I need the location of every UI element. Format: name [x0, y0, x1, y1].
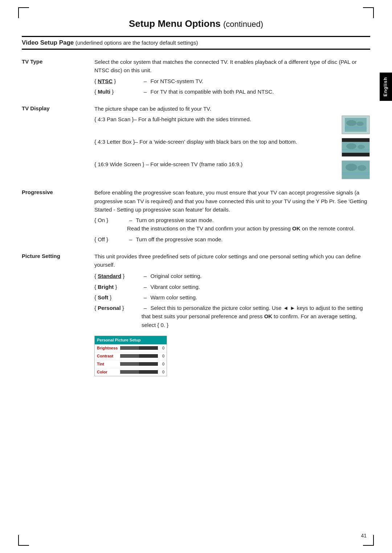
picture-val-soft: – Warm color setting. — [142, 293, 370, 302]
personal-picture-row-tint: Tint 0 — [95, 360, 167, 368]
section-header: Video Setup Page (underlined options are… — [22, 36, 370, 50]
svg-point-10 — [346, 143, 356, 149]
svg-point-2 — [346, 120, 356, 126]
tv-display-letterbox-text: { 4:3 Letter Box }– For a 'wide-screen' … — [94, 138, 337, 146]
tv-type-option-ntsc: { NTSC } – For NTSC-system TV. — [94, 77, 370, 85]
progressive-option-off: { Off } – Turn off the progressive scan … — [94, 235, 370, 243]
tv-type-label: TV Type — [22, 58, 94, 65]
picture-option-personal: { Personal } – Select this to personaliz… — [94, 304, 370, 329]
ppr-contrast-val: 0 — [159, 353, 164, 359]
tv-type-option-ntsc-val: – For NTSC-system TV. — [142, 77, 370, 85]
tv-display-option-panscan: { 4:3 Pan Scan }– For a full-height pict… — [94, 115, 370, 135]
personal-picture-box: Personal Picture Setup Brightness 0 Cont… — [94, 336, 167, 376]
picture-key-standard: { Standard } — [94, 272, 142, 280]
page-title: Setup Menu Options (continued) — [22, 18, 370, 29]
progressive-option-on: { On } – Turn on progressive scan mode. … — [94, 216, 370, 233]
corner-mark-br-v — [373, 535, 374, 546]
progressive-content: Before enabling the progressive scan fea… — [94, 188, 370, 243]
corner-mark-tr-h — [363, 7, 374, 8]
ppr-brightness-label: Brightness — [97, 345, 119, 351]
tv-display-widescreen-img — [341, 160, 370, 180]
progressive-key-on: { On } — [94, 216, 127, 224]
picture-setting-content: This unit provides three predefined sets… — [94, 252, 370, 376]
picture-option-standard: { Standard } – Original color setting. — [94, 272, 370, 280]
tv-type-option-ntsc-key: { NTSC } — [94, 77, 142, 85]
tv-display-panscan-img — [341, 115, 370, 135]
corner-mark-tr-v — [373, 7, 374, 18]
svg-point-15 — [346, 164, 357, 171]
progressive-val-off: – Turn off the progressive scan mode. — [127, 235, 370, 243]
svg-rect-7 — [342, 138, 369, 142]
ppr-tint-val: 0 — [159, 361, 164, 367]
ppr-color-label: Color — [97, 369, 119, 375]
personal-picture-setup-area: Personal Picture Setup Brightness 0 Cont… — [94, 333, 370, 376]
corner-mark-bl-h — [18, 545, 29, 546]
personal-picture-row-contrast: Contrast 0 — [95, 352, 167, 360]
corner-mark-tl-h — [18, 7, 29, 8]
corner-mark-tl-v — [18, 7, 19, 18]
personal-picture-title: Personal Picture Setup — [95, 336, 167, 344]
ppr-tint-label: Tint — [97, 361, 119, 367]
progressive-val-on: – Turn on progressive scan mode. Read th… — [127, 216, 370, 233]
picture-setting-description: This unit provides three predefined sets… — [94, 252, 370, 269]
picture-val-bright: – Vibrant color setting. — [142, 283, 370, 291]
picture-key-personal: { Personal } — [94, 304, 142, 312]
svg-point-16 — [358, 165, 366, 171]
ppr-color-val: 0 — [159, 369, 164, 375]
tv-type-option-multi: { Multi } – For TV that is compatible wi… — [94, 87, 370, 96]
ppr-brightness-fill — [120, 346, 139, 350]
tv-type-description: Select the color system that matches the… — [94, 58, 370, 75]
tv-display-row: TV Display The picture shape can be adju… — [22, 105, 370, 180]
tv-type-row: TV Type Select the color system that mat… — [22, 58, 370, 96]
page-title-continued: continued — [226, 20, 260, 29]
tv-display-option-letterbox: { 4:3 Letter Box }– For a 'wide-screen' … — [94, 138, 370, 157]
picture-key-soft: { Soft } — [94, 293, 142, 302]
tv-display-label: TV Display — [22, 105, 94, 111]
tv-display-option-widescreen: { 16:9 Wide Screen } – For wide-screen T… — [94, 160, 370, 180]
ppr-contrast-label: Contrast — [97, 353, 119, 359]
ppr-tint-bar — [120, 362, 158, 366]
picture-setting-label: Picture Setting — [22, 252, 94, 259]
picture-val-standard: – Original color setting. — [142, 272, 370, 280]
progressive-row: Progressive Before enabling the progress… — [22, 188, 370, 243]
corner-mark-bl-v — [18, 535, 19, 546]
ppr-contrast-fill — [120, 354, 139, 358]
progressive-description: Before enabling the progressive scan fea… — [94, 188, 370, 214]
picture-option-soft: { Soft } – Warm color setting. — [94, 293, 370, 302]
ppr-contrast-bar — [120, 354, 158, 358]
tv-display-letterbox-img — [341, 138, 370, 157]
svg-point-11 — [358, 145, 365, 149]
ppr-color-fill — [120, 370, 139, 374]
section-header-subtitle: (underlined options are the factory defa… — [75, 40, 198, 46]
picture-val-personal: – Select this to personalize the picture… — [142, 304, 370, 329]
svg-rect-8 — [342, 153, 369, 156]
personal-picture-row-color: Color 0 — [95, 368, 167, 376]
english-tab: English — [380, 73, 392, 101]
svg-rect-14 — [342, 161, 369, 179]
progressive-label: Progressive — [22, 188, 94, 195]
tv-display-description: The picture shape can be adjusted to fit… — [94, 105, 370, 113]
page-title-text: Setup Menu Options — [129, 18, 221, 29]
svg-point-3 — [356, 122, 364, 126]
tv-type-option-multi-key: { Multi } — [94, 87, 142, 96]
page-container: English Setup Menu Options (continued) V… — [0, 0, 392, 553]
section-header-title: Video Setup Page — [22, 39, 74, 46]
corner-mark-br-h — [363, 545, 374, 546]
tv-display-panscan-text: { 4:3 Pan Scan }– For a full-height pict… — [94, 115, 337, 123]
picture-setting-row: Picture Setting This unit provides three… — [22, 252, 370, 376]
tv-display-content: The picture shape can be adjusted to fit… — [94, 105, 370, 180]
ppr-tint-fill — [120, 362, 139, 366]
ppr-brightness-val: 0 — [159, 345, 164, 351]
ppr-brightness-bar — [120, 346, 158, 350]
page-number: 41 — [361, 533, 367, 538]
progressive-key-off: { Off } — [94, 235, 127, 243]
progressive-options: { On } – Turn on progressive scan mode. … — [94, 216, 370, 243]
picture-option-bright: { Bright } – Vibrant color setting. — [94, 283, 370, 291]
picture-setting-options: { Standard } – Original color setting. {… — [94, 272, 370, 329]
tv-type-option-multi-val: – For TV that is compatible with both PA… — [142, 87, 370, 96]
personal-picture-row-brightness: Brightness 0 — [95, 344, 167, 352]
picture-key-bright: { Bright } — [94, 283, 142, 291]
tv-type-content: Select the color system that matches the… — [94, 58, 370, 96]
tv-display-widescreen-text: { 16:9 Wide Screen } – For wide-screen T… — [94, 160, 337, 168]
ppr-color-bar — [120, 370, 158, 374]
